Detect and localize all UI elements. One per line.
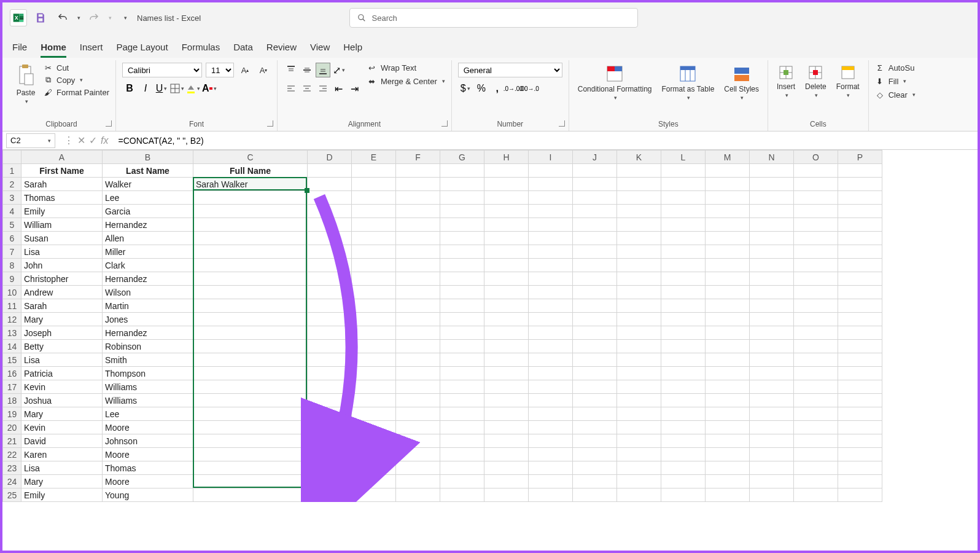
cell-O24[interactable] xyxy=(794,475,838,488)
number-dialog-launcher[interactable] xyxy=(559,120,565,127)
cell-K16[interactable] xyxy=(617,367,661,380)
cell-D8[interactable] xyxy=(308,259,352,272)
cell-D14[interactable] xyxy=(308,340,352,353)
cell-F3[interactable] xyxy=(396,191,440,205)
cell-K6[interactable] xyxy=(617,232,661,245)
cell-N13[interactable] xyxy=(750,326,794,340)
font-dialog-launcher[interactable] xyxy=(267,120,273,127)
cell-F24[interactable] xyxy=(396,475,440,488)
cell-F20[interactable] xyxy=(396,421,440,434)
cell-G3[interactable] xyxy=(440,191,484,205)
cell-D2[interactable] xyxy=(308,178,352,191)
cell-L10[interactable] xyxy=(661,286,706,299)
save-icon[interactable] xyxy=(32,9,49,26)
insert-cells-button[interactable]: Insert▾ xyxy=(774,63,798,100)
cell-C1[interactable]: Full Name xyxy=(193,164,308,178)
conditional-formatting-button[interactable]: Conditional Formatting▾ xyxy=(575,63,655,102)
cell-D15[interactable] xyxy=(308,353,352,367)
formula-input[interactable] xyxy=(113,136,978,146)
font-color-button[interactable]: A▾ xyxy=(202,81,217,96)
cell-G25[interactable] xyxy=(440,488,484,502)
cell-I21[interactable] xyxy=(529,434,573,448)
cell-O22[interactable] xyxy=(794,448,838,461)
cell-C18[interactable] xyxy=(193,394,308,407)
cell-I14[interactable] xyxy=(529,340,573,353)
cell-B17[interactable]: Williams xyxy=(103,380,193,394)
cell-B3[interactable]: Lee xyxy=(103,191,193,205)
cell-C23[interactable] xyxy=(193,461,308,475)
cell-D3[interactable] xyxy=(308,191,352,205)
cell-A16[interactable]: Patricia xyxy=(21,367,103,380)
cell-O20[interactable] xyxy=(794,421,838,434)
col-header-H[interactable]: H xyxy=(484,151,529,164)
cell-K25[interactable] xyxy=(617,488,661,502)
decrease-indent-icon[interactable]: ⇤ xyxy=(332,81,346,96)
cell-I17[interactable] xyxy=(529,380,573,394)
cell-G21[interactable] xyxy=(440,434,484,448)
cell-G16[interactable] xyxy=(440,367,484,380)
cell-L16[interactable] xyxy=(661,367,706,380)
cell-J17[interactable] xyxy=(573,380,617,394)
cell-D23[interactable] xyxy=(308,461,352,475)
cell-N11[interactable] xyxy=(750,299,794,313)
cell-P13[interactable] xyxy=(838,326,882,340)
cell-G10[interactable] xyxy=(440,286,484,299)
cell-C15[interactable] xyxy=(193,353,308,367)
cell-F7[interactable] xyxy=(396,245,440,259)
cell-D25[interactable] xyxy=(308,488,352,502)
cell-N9[interactable] xyxy=(750,272,794,286)
cell-I16[interactable] xyxy=(529,367,573,380)
tab-home[interactable]: Home xyxy=(41,42,66,58)
cell-N19[interactable] xyxy=(750,407,794,421)
row-header-2[interactable]: 2 xyxy=(3,178,21,191)
cell-H13[interactable] xyxy=(484,326,529,340)
row-header-22[interactable]: 22 xyxy=(3,448,21,461)
cell-L9[interactable] xyxy=(661,272,706,286)
tab-view[interactable]: View xyxy=(310,42,330,58)
cell-L21[interactable] xyxy=(661,434,706,448)
undo-dropdown[interactable]: ▾ xyxy=(77,15,80,21)
row-header-23[interactable]: 23 xyxy=(3,461,21,475)
cell-I4[interactable] xyxy=(529,205,573,218)
format-cells-button[interactable]: Format▾ xyxy=(834,63,862,100)
cell-P19[interactable] xyxy=(838,407,882,421)
cell-C14[interactable] xyxy=(193,340,308,353)
cell-H25[interactable] xyxy=(484,488,529,502)
cell-B9[interactable]: Hernandez xyxy=(103,272,193,286)
cell-N25[interactable] xyxy=(750,488,794,502)
cell-A6[interactable]: Susan xyxy=(21,232,103,245)
cell-I18[interactable] xyxy=(529,394,573,407)
cell-A19[interactable]: Mary xyxy=(21,407,103,421)
cell-G17[interactable] xyxy=(440,380,484,394)
name-box[interactable]: C2▾ xyxy=(6,133,55,148)
cell-F12[interactable] xyxy=(396,313,440,326)
row-header-3[interactable]: 3 xyxy=(3,191,21,205)
cell-K18[interactable] xyxy=(617,394,661,407)
align-left-icon[interactable] xyxy=(284,81,298,96)
cell-F22[interactable] xyxy=(396,448,440,461)
cell-B1[interactable]: Last Name xyxy=(103,164,193,178)
cell-M11[interactable] xyxy=(706,299,750,313)
col-header-K[interactable]: K xyxy=(617,151,661,164)
cell-K11[interactable] xyxy=(617,299,661,313)
cell-C25[interactable] xyxy=(193,488,308,502)
cell-L13[interactable] xyxy=(661,326,706,340)
cell-P2[interactable] xyxy=(838,178,882,191)
cell-H3[interactable] xyxy=(484,191,529,205)
tab-page-layout[interactable]: Page Layout xyxy=(116,42,168,58)
cell-M19[interactable] xyxy=(706,407,750,421)
cell-K22[interactable] xyxy=(617,448,661,461)
cell-F15[interactable] xyxy=(396,353,440,367)
row-header-19[interactable]: 19 xyxy=(3,407,21,421)
cell-I23[interactable] xyxy=(529,461,573,475)
cell-B2[interactable]: Walker xyxy=(103,178,193,191)
cell-K15[interactable] xyxy=(617,353,661,367)
cell-B22[interactable]: Moore xyxy=(103,448,193,461)
cell-A5[interactable]: William xyxy=(21,218,103,232)
fx-split-icon[interactable]: ⋮ xyxy=(64,135,74,146)
cell-N18[interactable] xyxy=(750,394,794,407)
cell-D16[interactable] xyxy=(308,367,352,380)
cell-D12[interactable] xyxy=(308,313,352,326)
cell-M16[interactable] xyxy=(706,367,750,380)
cell-G23[interactable] xyxy=(440,461,484,475)
